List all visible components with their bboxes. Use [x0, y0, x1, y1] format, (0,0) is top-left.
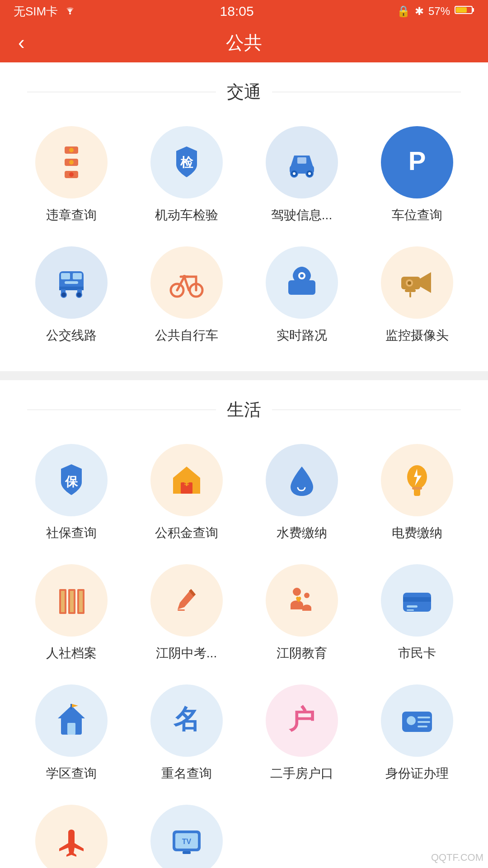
svg-rect-2 — [472, 8, 474, 12]
realtime-road-icon-circle — [266, 246, 338, 319]
realtime-road-label: 实时路况 — [277, 327, 327, 344]
social-security-label: 社保查询 — [46, 524, 97, 542]
svg-rect-52 — [178, 609, 185, 611]
wifi-icon — [63, 5, 77, 19]
life-section: 生活 保 社保查询 ¥ — [0, 380, 488, 868]
svg-rect-61 — [67, 723, 75, 735]
name-check-label: 重名查询 — [161, 765, 212, 782]
electric-fee-icon-circle — [381, 444, 453, 516]
school-zone-icon-circle — [35, 684, 108, 757]
sidebar-item-parking[interactable]: P 车位查询 — [364, 126, 470, 224]
sidebar-item-flight[interactable]: 机票 — [18, 805, 124, 868]
sidebar-item-cctv[interactable]: 监控摄像头 — [364, 246, 470, 344]
svg-text:P: P — [408, 146, 426, 175]
citizen-card-icon-circle — [381, 564, 453, 637]
citizen-card-label: 市民卡 — [398, 645, 436, 662]
sidebar-item-drive-info[interactable]: 驾驶信息... — [249, 126, 355, 224]
sidebar-item-social-security[interactable]: 保 社保查询 — [18, 444, 124, 542]
svg-point-15 — [308, 172, 311, 175]
svg-point-25 — [76, 292, 82, 297]
sidebar-item-electric-fee[interactable]: 电费缴纳 — [364, 444, 470, 542]
svg-rect-38 — [409, 292, 411, 297]
flight-icon-circle — [35, 805, 108, 868]
id-card-icon-circle — [381, 684, 453, 757]
sidebar-item-water-fee[interactable]: 水费缴纳 — [249, 444, 355, 542]
svg-rect-3 — [456, 7, 467, 13]
svg-point-7 — [69, 148, 74, 152]
back-button[interactable]: ‹ — [18, 31, 25, 54]
svg-rect-37 — [405, 289, 416, 292]
sidebar-item-name-check[interactable]: 名 重名查询 — [133, 684, 239, 782]
svg-rect-51 — [79, 591, 83, 612]
sidebar-item-violation[interactable]: 违章查询 — [18, 126, 124, 224]
svg-point-13 — [293, 172, 296, 175]
traffic-grid: 违章查询 检 机动车检验 — [0, 126, 488, 344]
svg-rect-49 — [70, 591, 74, 612]
cctv-icon-circle — [381, 246, 453, 319]
traffic-title-row: 交通 — [0, 80, 488, 104]
svg-rect-56 — [403, 597, 431, 602]
bus-route-label: 公交线路 — [46, 327, 97, 344]
svg-point-8 — [69, 160, 74, 165]
status-bar: 无SIM卡 18:05 🔒 ✱ 57% — [0, 0, 488, 23]
school-zone-label: 学区查询 — [46, 765, 97, 782]
svg-point-0 — [69, 13, 71, 14]
svg-rect-57 — [407, 605, 418, 608]
main-content: 交通 违章查询 — [0, 62, 488, 868]
page-title: 公共 — [226, 30, 262, 55]
svg-point-36 — [408, 281, 411, 285]
sidebar-item-school-zone[interactable]: 学区查询 — [18, 684, 124, 782]
svg-rect-20 — [73, 273, 82, 279]
tv-icon-circle: TV — [150, 805, 223, 868]
svg-text:TV: TV — [182, 838, 191, 845]
watermark: QQTF.COM — [431, 852, 483, 863]
sidebar-item-education[interactable]: 江阴教育 — [249, 564, 355, 662]
svg-rect-55 — [403, 593, 431, 612]
title-line-left — [27, 92, 216, 92]
cctv-label: 监控摄像头 — [385, 327, 449, 344]
vehicle-check-icon-circle: 检 — [150, 126, 223, 198]
traffic-section-title: 交通 — [227, 80, 261, 104]
sidebar-item-public-bike[interactable]: 公共自行车 — [133, 246, 239, 344]
water-fee-label: 水费缴纳 — [277, 524, 327, 542]
sidebar-item-bus-route[interactable]: 公交线路 — [18, 246, 124, 344]
hr-archive-label: 人社档案 — [46, 645, 97, 662]
sidebar-item-id-card[interactable]: 身份证办理 — [364, 684, 470, 782]
life-grid: 保 社保查询 ¥ 公积金查询 — [0, 444, 488, 782]
status-right: 🔒 ✱ 57% — [397, 5, 474, 18]
bus-route-icon-circle — [35, 246, 108, 319]
sim-signal: 无SIM卡 — [14, 4, 58, 19]
title-line-right — [272, 92, 461, 92]
svg-point-9 — [69, 172, 74, 177]
sidebar-item-citizen-card[interactable]: 市民卡 — [364, 564, 470, 662]
traffic-section: 交通 违章查询 — [0, 62, 488, 362]
svg-rect-26 — [65, 281, 78, 284]
house-register-label: 二手房户口 — [270, 765, 333, 782]
battery-percent: 57% — [428, 5, 450, 18]
sidebar-item-hr-archive[interactable]: 人社档案 — [18, 564, 124, 662]
bluetooth-icon: ✱ — [415, 5, 424, 18]
sidebar-item-tv[interactable]: TV 电视 — [133, 805, 239, 868]
vehicle-check-label: 机动车检验 — [155, 207, 218, 224]
sidebar-item-vehicle-check[interactable]: 检 机动车检验 — [133, 126, 239, 224]
social-security-icon-circle: 保 — [35, 444, 108, 516]
lock-icon: 🔒 — [397, 5, 410, 18]
page-header: ‹ 公共 — [0, 23, 488, 62]
life-title-line-right — [272, 410, 461, 410]
house-register-icon-circle: 户 — [266, 684, 338, 757]
water-fee-icon-circle — [266, 444, 338, 516]
sidebar-item-realtime-road[interactable]: 实时路况 — [249, 246, 355, 344]
svg-marker-34 — [420, 272, 431, 293]
svg-text:名: 名 — [173, 705, 200, 734]
public-bike-label: 公共自行车 — [155, 327, 218, 344]
violation-label: 违章查询 — [46, 207, 97, 224]
hr-archive-icon-circle — [35, 564, 108, 637]
bottom-partial-section: 机票 TV 电视 — [0, 805, 488, 868]
sidebar-item-exam[interactable]: 江阴中考... — [133, 564, 239, 662]
electric-fee-label: 电费缴纳 — [392, 524, 442, 542]
svg-text:户: 户 — [289, 705, 315, 734]
sidebar-item-housing-fund[interactable]: ¥ 公积金查询 — [133, 444, 239, 542]
sidebar-item-house-register[interactable]: 户 二手房户口 — [249, 684, 355, 782]
svg-rect-16 — [297, 157, 306, 164]
housing-fund-icon-circle: ¥ — [150, 444, 223, 516]
